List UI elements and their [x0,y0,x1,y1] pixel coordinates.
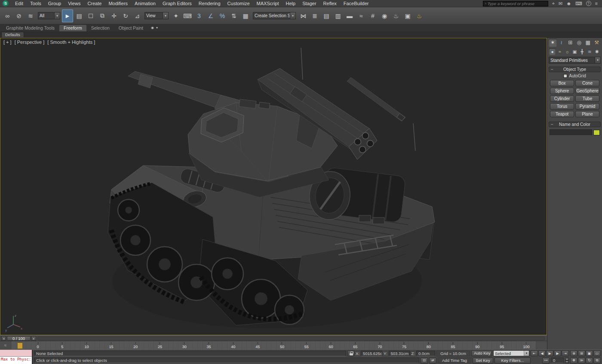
auto-key-button[interactable]: Auto Key [471,350,492,356]
walk-through-icon[interactable]: ≫ [578,358,585,364]
material-editor-icon[interactable]: ◉ [379,9,390,22]
key-mode-toggle-icon[interactable]: ⊶ [542,358,550,364]
window-crossing-icon[interactable]: ⧉ [97,9,108,22]
select-object-icon[interactable]: ► [62,9,73,22]
cameras-subtab[interactable]: ▣ [571,48,578,55]
align-icon[interactable]: ≣ [309,9,320,22]
snaps-toggle-icon[interactable]: 3 [194,9,205,22]
select-and-move-icon[interactable]: ✛ [108,9,120,22]
select-and-link-icon[interactable]: ∞ [2,9,13,22]
render-setup-icon[interactable]: ♨ [390,9,402,22]
previous-frame-icon[interactable]: ◀ [538,350,546,356]
rectangular-selection-region-icon[interactable]: ☐ [85,9,96,22]
menu-views[interactable]: Views [64,0,84,6]
primitive-cylinder-button[interactable]: Cylinder [550,95,574,102]
angle-snap-icon[interactable]: ∠ [205,9,216,22]
menu-create[interactable]: Create [84,0,105,6]
reference-coordinate-dropdown[interactable]: View▾ [144,12,169,19]
primitive-category-dropdown[interactable]: Standard Primitives ▾ [549,57,601,64]
object-color-swatch[interactable] [593,130,600,135]
ribbon-tab-graphite-modeling-tools[interactable]: Graphite Modeling Tools [2,25,59,31]
space-warps-subtab[interactable]: ≋ [586,48,593,55]
named-selection-sets-dropdown[interactable]: Create Selection Se▾ [253,12,296,19]
primitive-teapot-button[interactable]: Teapot [550,111,574,117]
communication-center-icon[interactable]: ✉ [559,1,562,6]
go-to-end-icon[interactable]: ⇥ [562,350,569,356]
frame-spinner[interactable]: ▴ ▾ [565,358,569,363]
edit-named-selection-sets-icon[interactable]: ▦ [240,9,251,22]
menu-maxscript[interactable]: MAXScript [253,0,283,6]
offset-mode-icon[interactable]: ⇄ [429,358,436,364]
add-time-tag[interactable]: Add Time Tag [438,358,471,363]
display-tab[interactable]: ▦ [584,39,592,47]
isolate-selection-icon[interactable]: ⊡ [421,358,428,364]
unlink-selection-icon[interactable]: ⊘ [13,9,25,22]
menu-graph-editors[interactable]: Graph Editors [159,0,195,6]
primitive-sphere-button[interactable]: Sphere [550,88,574,94]
select-and-rotate-icon[interactable]: ↻ [120,9,131,22]
mirror-icon[interactable]: ⋈ [298,9,309,22]
primitive-tube-button[interactable]: Tube [575,95,599,102]
spinner-down-icon[interactable]: ▾ [565,361,569,364]
primitive-plane-button[interactable]: Plane [575,111,599,117]
create-tab[interactable]: ✶ [549,39,557,47]
modify-tab[interactable]: ≀ [558,39,566,47]
bind-to-space-warp-icon[interactable]: ≋ [25,9,36,22]
next-frame-icon[interactable]: ▶ [554,350,561,356]
menu-group[interactable]: Group [45,0,65,6]
toggle-scene-explorer-icon[interactable]: ▤ [321,9,332,22]
spinner-snap-icon[interactable]: ⇅ [228,9,240,22]
time-slider-next-icon[interactable]: ▸ [31,336,36,341]
primitive-geosphere-button[interactable]: GeoSphere [575,88,599,94]
ribbon-tab-object-paint[interactable]: Object Paint [114,25,147,31]
viewport-shading-menu[interactable]: [ Smooth + Highlights ] [47,40,95,45]
keyboard-shortcut-override-icon[interactable]: ⌨ [182,9,193,22]
key-mode-dropdown[interactable]: Selected ▾ [493,350,529,356]
toggle-ribbon-icon[interactable]: ▬ [344,9,355,22]
menu-tools[interactable]: Tools [27,0,45,6]
keyboard-icon[interactable]: ⌨ [575,1,582,6]
primitive-pyramid-button[interactable]: Pyramid [575,103,599,110]
ribbon-tab-freeform[interactable]: Freeform [59,25,86,31]
select-and-scale-icon[interactable]: ⊿ [132,9,143,22]
sign-in-icon[interactable]: ☻ [566,1,571,6]
app-menu-icon[interactable]: ≡ [595,1,598,6]
menu-rendering[interactable]: Rendering [195,0,224,6]
curve-editor-icon[interactable]: ≈ [356,9,367,22]
defaults-tab[interactable]: Defaults [1,32,24,37]
pan-icon[interactable]: ✥ [570,358,577,364]
geometry-subtab[interactable]: ● [549,48,556,55]
menu-edit[interactable]: Edit [12,0,27,6]
primitive-torus-button[interactable]: Torus [550,103,574,110]
zoom-region-icon[interactable]: ▭ [593,350,601,356]
perspective-viewport[interactable]: [ + ] [ Perspective ] [ Smooth + Highlig… [0,38,547,335]
viewport-general-menu[interactable]: [ + ] [3,40,12,45]
menu-modifiers[interactable]: Modifiers [105,0,131,6]
lights-subtab[interactable]: ☼ [564,48,571,55]
current-frame-field[interactable]: 0 [551,358,564,363]
selection-filter-dropdown[interactable]: All▾ [38,12,60,19]
play-animation-icon[interactable]: ▶ [546,350,553,356]
z-coordinate-field[interactable]: 0.0cm [416,351,435,356]
name-color-rollout-header[interactable]: − Name and Color [549,122,601,127]
selection-lock-icon[interactable] [347,350,354,356]
set-key-button[interactable]: Set Key [473,358,493,364]
utilities-tab[interactable]: ⚒ [593,39,601,47]
viewport-pov-menu[interactable]: [ Perspective ] [15,40,45,45]
shapes-subtab[interactable]: ≈ [556,48,563,55]
maxscript-mini-listener[interactable]: Max to Physc: [0,350,33,364]
render-production-icon[interactable]: ♨ [414,9,425,22]
zoom-icon[interactable]: ⊕ [570,350,577,356]
orbit-icon[interactable]: ↻ [586,358,593,364]
primitive-cone-button[interactable]: Cone [575,80,599,86]
menu-reflex[interactable]: Reflex [320,0,340,6]
search-input[interactable] [488,1,546,6]
maximize-viewport-icon[interactable]: ⧉ [593,358,601,364]
ribbon-context-icon[interactable]: ◉ [151,25,154,31]
macro-recorder-pane[interactable] [0,350,32,357]
object-name-input[interactable] [550,129,592,136]
time-slider-prev-icon[interactable]: ◂ [1,336,6,341]
y-coordinate-field[interactable]: 503.31cm [389,351,410,356]
app-logo-icon[interactable]: S [3,0,9,6]
track-bar-ruler[interactable]: 0510152025303540455055606570758085909510… [11,341,536,349]
